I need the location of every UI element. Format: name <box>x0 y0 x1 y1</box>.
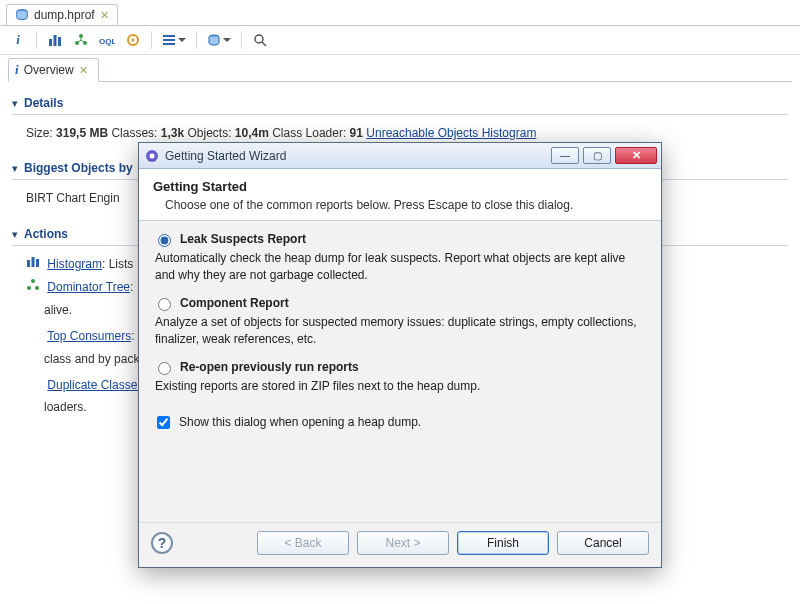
dialog-banner-title: Getting Started <box>153 179 647 194</box>
info-icon: i <box>15 62 19 78</box>
section-title: Biggest Objects by <box>24 161 133 175</box>
classloader-label: Class Loader: <box>272 126 346 140</box>
search-icon <box>253 33 267 47</box>
overview-tab-label: Overview <box>24 63 74 77</box>
radio-label[interactable]: Leak Suspects Report <box>180 232 306 246</box>
tree-icon <box>26 277 40 297</box>
histogram-icon <box>26 254 40 274</box>
size-value: 319,5 MB <box>56 126 108 140</box>
option-reopen-reports: Re-open previously run reports Existing … <box>153 359 647 395</box>
cancel-button[interactable]: Cancel <box>557 531 649 555</box>
twisty-icon <box>12 161 18 175</box>
option-desc: Analyze a set of objects for suspected m… <box>155 314 647 349</box>
close-icon[interactable]: ✕ <box>100 9 109 22</box>
svg-rect-2 <box>54 35 57 46</box>
dialog-banner-subtitle: Choose one of the common reports below. … <box>165 198 647 212</box>
action-top-consumers-link[interactable]: Top Consumers <box>47 329 131 343</box>
overview-tab[interactable]: i Overview ✕ <box>8 58 99 82</box>
twisty-icon <box>12 227 18 241</box>
main-toolbar: i OQL <box>0 26 800 55</box>
list-icon <box>162 33 176 47</box>
biggest-item: BIRT Chart Engin <box>26 191 120 205</box>
unreachable-link[interactable]: Unreachable Objects Histogram <box>366 126 536 140</box>
svg-rect-17 <box>32 257 35 267</box>
size-label: Size: <box>26 126 53 140</box>
help-button[interactable]: ? <box>151 532 173 554</box>
svg-point-4 <box>79 34 83 38</box>
toolbar-dominator-button[interactable] <box>71 30 91 50</box>
minimize-button[interactable]: — <box>551 147 579 164</box>
window-buttons: — ▢ ✕ <box>551 147 657 164</box>
info-icon: i <box>16 32 20 48</box>
toolbar-overview-button[interactable]: i <box>8 30 28 50</box>
action-text: : <box>131 329 134 343</box>
svg-rect-16 <box>27 260 30 267</box>
toolbar-separator <box>151 31 152 49</box>
close-button[interactable]: ✕ <box>615 147 657 164</box>
gear-icon <box>126 33 140 47</box>
section-rule <box>12 114 788 115</box>
toolbar-address-button[interactable] <box>205 30 233 50</box>
maximize-button[interactable]: ▢ <box>583 147 611 164</box>
svg-point-21 <box>35 286 39 290</box>
dialog-banner: Getting Started Choose one of the common… <box>139 169 661 221</box>
option-component-report: Component Report Analyze a set of object… <box>153 295 647 349</box>
radio-leak-suspects[interactable] <box>158 234 171 247</box>
action-duplicate-classes-link[interactable]: Duplicate Classes <box>47 378 143 392</box>
action-text: : <box>130 280 133 294</box>
details-body: Size: 319,5 MB Classes: 1,3k Objects: 10… <box>12 123 788 143</box>
svg-point-19 <box>31 279 35 283</box>
radio-label[interactable]: Component Report <box>180 296 289 310</box>
svg-line-15 <box>262 42 266 46</box>
dialog-titlebar[interactable]: Getting Started Wizard — ▢ ✕ <box>139 143 661 169</box>
svg-rect-11 <box>163 39 175 41</box>
show-again-label[interactable]: Show this dialog when opening a heap dum… <box>179 415 421 429</box>
radio-reopen-reports[interactable] <box>158 362 171 375</box>
objects-value: 10,4m <box>235 126 269 140</box>
overview-tab-row: i Overview ✕ <box>0 55 800 82</box>
chevron-down-icon <box>223 38 231 42</box>
getting-started-wizard-dialog: Getting Started Wizard — ▢ ✕ Getting Sta… <box>138 142 662 568</box>
section-title: Actions <box>24 227 68 241</box>
editor-tab-dump[interactable]: dump.hprof ✕ <box>6 4 118 25</box>
svg-rect-18 <box>36 259 39 267</box>
toolbar-separator <box>196 31 197 49</box>
database-icon <box>207 33 221 47</box>
toolbar-search-button[interactable] <box>250 30 270 50</box>
wizard-icon <box>145 149 159 163</box>
dialog-footer: ? < Back Next > Finish Cancel <box>139 522 661 567</box>
classes-value: 1,3k <box>161 126 184 140</box>
toolbar-separator <box>36 31 37 49</box>
svg-point-20 <box>27 286 31 290</box>
classes-label: Classes: <box>111 126 157 140</box>
action-histogram-desc: : Lists <box>102 257 133 271</box>
finish-button[interactable]: Finish <box>457 531 549 555</box>
action-dominator-link[interactable]: Dominator Tree <box>47 280 130 294</box>
toolbar-oql-button[interactable]: OQL <box>97 30 117 50</box>
chevron-down-icon <box>178 38 186 42</box>
dialog-title: Getting Started Wizard <box>165 149 286 163</box>
action-histogram-link[interactable]: Histogram <box>47 257 102 271</box>
tabstrip-filler <box>98 81 792 82</box>
classloader-value: 91 <box>350 126 363 140</box>
radio-component-report[interactable] <box>158 298 171 311</box>
next-button[interactable]: Next > <box>357 531 449 555</box>
svg-rect-3 <box>58 37 61 46</box>
toolbar-histogram-button[interactable] <box>45 30 65 50</box>
dialog-body: Leak Suspects Report Automatically check… <box>139 221 661 522</box>
svg-rect-10 <box>163 35 175 37</box>
editor-tab-label: dump.hprof <box>34 8 95 22</box>
close-icon[interactable]: ✕ <box>79 64 88 77</box>
option-desc: Automatically check the heap dump for le… <box>155 250 647 285</box>
toolbar-query-browser-button[interactable] <box>160 30 188 50</box>
option-desc: Existing reports are stored in ZIP files… <box>155 378 647 395</box>
section-header-details[interactable]: Details <box>12 94 788 114</box>
toolbar-run-report-button[interactable] <box>123 30 143 50</box>
radio-label[interactable]: Re-open previously run reports <box>180 360 359 374</box>
back-button[interactable]: < Back <box>257 531 349 555</box>
svg-point-14 <box>255 35 263 43</box>
toolbar-separator <box>241 31 242 49</box>
show-again-checkbox[interactable] <box>157 416 170 429</box>
option-leak-suspects: Leak Suspects Report Automatically check… <box>153 231 647 285</box>
editor-tabbar: dump.hprof ✕ <box>0 0 800 26</box>
